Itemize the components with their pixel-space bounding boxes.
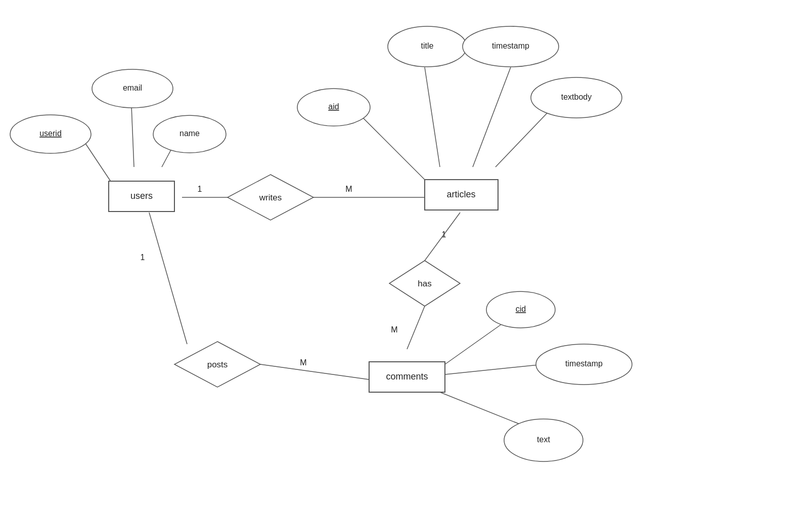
svg-line-14 (149, 213, 187, 344)
svg-line-1 (131, 106, 134, 167)
attr-textbody-label: textbody (561, 93, 592, 101)
svg-line-4 (425, 67, 440, 167)
entity-users-label: users (130, 191, 153, 201)
cardinality-posts-1: 1 (141, 253, 145, 262)
svg-line-15 (260, 364, 369, 380)
cardinality-writes-1: 1 (198, 185, 202, 193)
cardinality-has-m: M (391, 325, 397, 334)
er-diagram: users articles comments userid email nam… (0, 0, 812, 505)
attr-name-label: name (179, 129, 200, 138)
svg-line-7 (445, 321, 506, 364)
attr-cid-label: cid (516, 305, 526, 313)
attr-aid-label: aid (328, 102, 339, 111)
svg-line-3 (354, 109, 425, 180)
cardinality-writes-m: M (345, 185, 352, 193)
attr-timestamp-articles-label: timestamp (492, 41, 529, 50)
relationship-has-label: has (418, 279, 431, 288)
attr-text-label: text (537, 435, 550, 444)
cardinality-has-1: 1 (442, 230, 446, 239)
attr-email-label: email (123, 83, 142, 92)
relationship-writes-label: writes (259, 193, 282, 202)
attr-userid-label: userid (39, 129, 62, 138)
svg-line-13 (407, 306, 425, 349)
entity-articles-label: articles (446, 189, 475, 199)
svg-line-9 (427, 387, 526, 427)
entity-comments-label: comments (386, 371, 428, 382)
attr-timestamp-comments-label: timestamp (565, 359, 603, 368)
svg-line-6 (495, 106, 554, 167)
relationship-posts-label: posts (207, 360, 228, 369)
cardinality-posts-m: M (300, 358, 306, 367)
svg-line-5 (473, 67, 511, 167)
attr-title-label: title (421, 41, 434, 50)
svg-line-8 (445, 364, 544, 374)
